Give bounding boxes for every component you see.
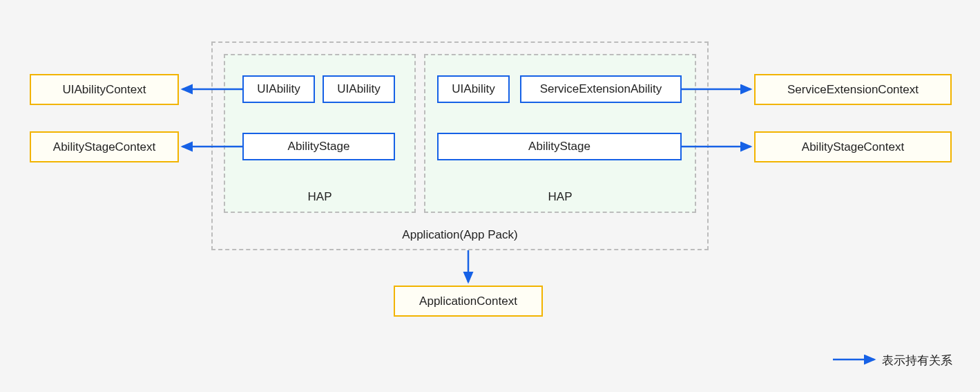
application-context-box: ApplicationContext [394,286,543,317]
hap1-abilitystage: AbilityStage [242,133,395,160]
hap2-abilitystage: AbilityStage [437,133,682,160]
uiability-context-label: UIAbilityContext [63,83,146,97]
abilitystage-context-left-label: AbilityStageContext [53,140,155,154]
hap1-uiability-2-label: UIAbility [337,82,380,96]
abilitystage-context-right-box: AbilityStageContext [754,131,952,162]
hap2-uiability: UIAbility [437,75,510,103]
hap1-uiability-1: UIAbility [242,75,315,103]
hap2-sea-label: ServiceExtensionAbility [540,82,662,96]
hap2-abilitystage-label: AbilityStage [528,140,590,153]
serviceextension-context-label: ServiceExtensionContext [787,83,919,97]
uiability-context-box: UIAbilityContext [30,74,179,105]
hap1-uiability-1-label: UIAbility [257,82,300,96]
hap2-label: HAP [424,190,696,204]
hap2-uiability-label: UIAbility [452,82,494,96]
app-pack-label: Application(App Pack) [211,228,709,242]
application-context-label: ApplicationContext [419,295,517,308]
serviceextension-context-box: ServiceExtensionContext [754,74,952,105]
hap1-label: HAP [224,190,416,204]
abilitystage-context-left-box: AbilityStageContext [30,131,179,162]
hap2-serviceextensionability: ServiceExtensionAbility [520,75,682,103]
abilitystage-context-right-label: AbilityStageContext [802,140,904,154]
hap1-uiability-2: UIAbility [323,75,395,103]
hap1-abilitystage-label: AbilityStage [288,140,350,153]
legend-text: 表示持有关系 [882,353,952,368]
